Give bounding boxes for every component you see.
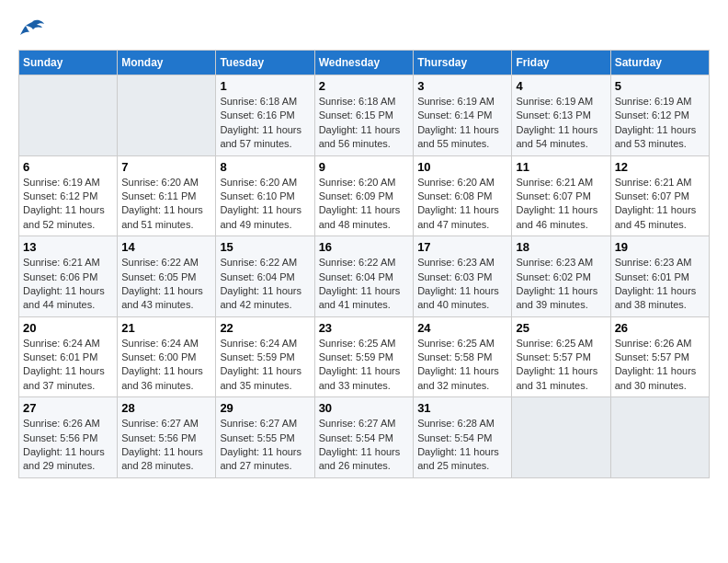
sunrise-label: Sunrise: 6:20 AM <box>220 177 297 188</box>
day-info: Sunrise: 6:19 AM Sunset: 6:13 PM Dayligh… <box>516 95 606 152</box>
daylight-label: Daylight: 11 hours and 51 minutes. <box>121 204 203 229</box>
calendar-cell: 11 Sunrise: 6:21 AM Sunset: 6:07 PM Dayl… <box>512 155 610 236</box>
sunrise-label: Sunrise: 6:26 AM <box>23 418 100 429</box>
calendar-cell: 2 Sunrise: 6:18 AM Sunset: 6:15 PM Dayli… <box>314 75 414 156</box>
daylight-label: Daylight: 11 hours and 38 minutes. <box>615 285 697 310</box>
day-number: 24 <box>417 321 507 335</box>
day-info: Sunrise: 6:20 AM Sunset: 6:09 PM Dayligh… <box>319 176 410 233</box>
sunrise-label: Sunrise: 6:25 AM <box>516 338 593 349</box>
sunset-label: Sunset: 6:05 PM <box>121 271 196 282</box>
day-number: 7 <box>121 160 211 174</box>
calendar-cell: 10 Sunrise: 6:20 AM Sunset: 6:08 PM Dayl… <box>414 155 512 236</box>
day-number: 27 <box>23 401 113 415</box>
day-number: 31 <box>417 401 507 415</box>
sunrise-label: Sunrise: 6:28 AM <box>417 418 495 429</box>
sunrise-label: Sunrise: 6:24 AM <box>121 338 199 349</box>
week-row-4: 20 Sunrise: 6:24 AM Sunset: 6:01 PM Dayl… <box>19 316 710 397</box>
calendar-cell: 21 Sunrise: 6:24 AM Sunset: 6:00 PM Dayl… <box>118 316 216 397</box>
daylight-label: Daylight: 11 hours and 47 minutes. <box>417 204 499 229</box>
day-info: Sunrise: 6:24 AM Sunset: 6:01 PM Dayligh… <box>23 337 113 394</box>
day-info: Sunrise: 6:21 AM Sunset: 6:07 PM Dayligh… <box>615 176 705 233</box>
sunrise-label: Sunrise: 6:23 AM <box>516 257 593 268</box>
calendar-cell: 31 Sunrise: 6:28 AM Sunset: 5:54 PM Dayl… <box>414 397 512 478</box>
sunrise-label: Sunrise: 6:19 AM <box>417 96 495 107</box>
sunrise-label: Sunrise: 6:20 AM <box>121 177 199 188</box>
daylight-label: Daylight: 11 hours and 49 minutes. <box>220 204 301 229</box>
sunset-label: Sunset: 5:57 PM <box>615 351 689 362</box>
sunset-label: Sunset: 6:06 PM <box>23 271 97 282</box>
sunrise-label: Sunrise: 6:19 AM <box>23 177 100 188</box>
daylight-label: Daylight: 11 hours and 42 minutes. <box>220 285 301 310</box>
day-number: 8 <box>220 160 310 174</box>
day-info: Sunrise: 6:26 AM Sunset: 5:56 PM Dayligh… <box>23 417 113 474</box>
daylight-label: Daylight: 11 hours and 36 minutes. <box>121 365 203 390</box>
day-info: Sunrise: 6:23 AM Sunset: 6:03 PM Dayligh… <box>417 256 507 313</box>
day-info: Sunrise: 6:22 AM Sunset: 6:05 PM Dayligh… <box>121 256 211 313</box>
day-number: 23 <box>319 321 410 335</box>
sunrise-label: Sunrise: 6:25 AM <box>417 338 495 349</box>
calendar-cell: 13 Sunrise: 6:21 AM Sunset: 6:06 PM Dayl… <box>19 236 118 317</box>
day-number: 9 <box>319 160 410 174</box>
day-info: Sunrise: 6:20 AM Sunset: 6:10 PM Dayligh… <box>220 176 310 233</box>
sunset-label: Sunset: 6:00 PM <box>121 351 196 362</box>
day-number: 10 <box>417 160 507 174</box>
day-number: 14 <box>121 240 211 254</box>
day-number: 1 <box>220 79 310 93</box>
sunset-label: Sunset: 6:03 PM <box>417 271 492 282</box>
sunset-label: Sunset: 6:15 PM <box>319 109 393 121</box>
sunset-label: Sunset: 6:16 PM <box>220 109 294 121</box>
sunrise-label: Sunrise: 6:24 AM <box>23 338 100 349</box>
daylight-label: Daylight: 11 hours and 40 minutes. <box>417 285 499 310</box>
day-info: Sunrise: 6:18 AM Sunset: 6:16 PM Dayligh… <box>220 95 310 152</box>
page-header <box>18 18 710 40</box>
day-number: 17 <box>417 240 507 254</box>
sunset-label: Sunset: 6:07 PM <box>516 190 590 201</box>
logo <box>18 18 50 40</box>
day-info: Sunrise: 6:19 AM Sunset: 6:14 PM Dayligh… <box>417 95 507 152</box>
day-info: Sunrise: 6:27 AM Sunset: 5:56 PM Dayligh… <box>121 417 211 474</box>
sunrise-label: Sunrise: 6:24 AM <box>220 338 297 349</box>
sunrise-label: Sunrise: 6:23 AM <box>615 257 692 268</box>
calendar-cell: 27 Sunrise: 6:26 AM Sunset: 5:56 PM Dayl… <box>19 397 118 478</box>
sunset-label: Sunset: 5:59 PM <box>220 351 294 362</box>
daylight-label: Daylight: 11 hours and 53 minutes. <box>615 124 697 149</box>
sunset-label: Sunset: 6:07 PM <box>615 190 689 201</box>
sunset-label: Sunset: 6:12 PM <box>23 190 97 201</box>
sunrise-label: Sunrise: 6:27 AM <box>319 418 396 429</box>
calendar-cell: 18 Sunrise: 6:23 AM Sunset: 6:02 PM Dayl… <box>512 236 610 317</box>
day-number: 25 <box>516 321 606 335</box>
day-info: Sunrise: 6:28 AM Sunset: 5:54 PM Dayligh… <box>417 417 507 474</box>
daylight-label: Daylight: 11 hours and 46 minutes. <box>516 204 597 229</box>
sunset-label: Sunset: 6:04 PM <box>220 271 294 282</box>
daylight-label: Daylight: 11 hours and 48 minutes. <box>319 204 401 229</box>
sunrise-label: Sunrise: 6:21 AM <box>23 257 100 268</box>
sunrise-label: Sunrise: 6:19 AM <box>516 96 593 107</box>
day-info: Sunrise: 6:27 AM Sunset: 5:55 PM Dayligh… <box>220 417 310 474</box>
sunrise-label: Sunrise: 6:22 AM <box>121 257 199 268</box>
calendar-cell: 14 Sunrise: 6:22 AM Sunset: 6:05 PM Dayl… <box>118 236 216 317</box>
sunset-label: Sunset: 6:09 PM <box>319 190 393 201</box>
daylight-label: Daylight: 11 hours and 56 minutes. <box>319 124 401 149</box>
header-cell-wednesday: Wednesday <box>314 51 414 75</box>
daylight-label: Daylight: 11 hours and 41 minutes. <box>319 285 401 310</box>
header-cell-friday: Friday <box>512 51 610 75</box>
daylight-label: Daylight: 11 hours and 39 minutes. <box>516 285 597 310</box>
day-info: Sunrise: 6:20 AM Sunset: 6:11 PM Dayligh… <box>121 176 211 233</box>
daylight-label: Daylight: 11 hours and 25 minutes. <box>417 446 499 471</box>
day-info: Sunrise: 6:25 AM Sunset: 5:58 PM Dayligh… <box>417 337 507 394</box>
sunset-label: Sunset: 6:08 PM <box>417 190 492 201</box>
calendar-cell: 5 Sunrise: 6:19 AM Sunset: 6:12 PM Dayli… <box>610 75 709 156</box>
day-info: Sunrise: 6:24 AM Sunset: 5:59 PM Dayligh… <box>220 337 310 394</box>
daylight-label: Daylight: 11 hours and 52 minutes. <box>23 204 105 229</box>
header-cell-monday: Monday <box>118 51 216 75</box>
calendar-cell <box>512 397 610 478</box>
header-cell-sunday: Sunday <box>19 51 118 75</box>
calendar-cell <box>19 75 118 156</box>
sunrise-label: Sunrise: 6:20 AM <box>417 177 495 188</box>
sunset-label: Sunset: 5:56 PM <box>23 432 97 443</box>
day-info: Sunrise: 6:19 AM Sunset: 6:12 PM Dayligh… <box>23 176 113 233</box>
week-row-3: 13 Sunrise: 6:21 AM Sunset: 6:06 PM Dayl… <box>19 236 710 317</box>
sunrise-label: Sunrise: 6:21 AM <box>615 177 692 188</box>
day-number: 15 <box>220 240 310 254</box>
sunrise-label: Sunrise: 6:22 AM <box>220 257 297 268</box>
